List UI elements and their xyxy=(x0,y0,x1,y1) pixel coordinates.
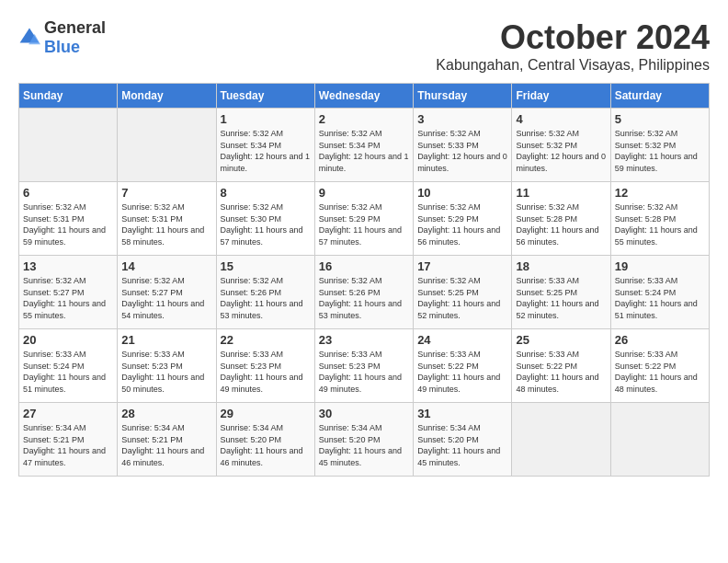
day-number: 14 xyxy=(121,259,211,273)
logo: General Blue xyxy=(18,18,106,57)
day-info: Sunrise: 5:33 AMSunset: 5:23 PMDaylight:… xyxy=(319,349,409,395)
day-info: Sunrise: 5:32 AMSunset: 5:32 PMDaylight:… xyxy=(615,128,705,174)
header-saturday: Saturday xyxy=(610,84,709,109)
day-cell: 29 Sunrise: 5:34 AMSunset: 5:20 PMDaylig… xyxy=(216,403,314,477)
day-number: 17 xyxy=(417,259,507,273)
day-cell: 30 Sunrise: 5:34 AMSunset: 5:20 PMDaylig… xyxy=(314,403,413,477)
day-info: Sunrise: 5:34 AMSunset: 5:21 PMDaylight:… xyxy=(23,422,113,468)
day-number: 26 xyxy=(615,333,705,347)
day-info: Sunrise: 5:34 AMSunset: 5:20 PMDaylight:… xyxy=(221,422,311,468)
header-tuesday: Tuesday xyxy=(216,84,314,109)
day-info: Sunrise: 5:33 AMSunset: 5:22 PMDaylight:… xyxy=(516,349,606,395)
day-cell: 21 Sunrise: 5:33 AMSunset: 5:23 PMDaylig… xyxy=(118,329,216,403)
day-number: 10 xyxy=(417,186,507,200)
day-number: 19 xyxy=(615,259,705,273)
day-cell xyxy=(610,403,709,477)
week-row-5: 27 Sunrise: 5:34 AMSunset: 5:21 PMDaylig… xyxy=(19,403,710,477)
day-info: Sunrise: 5:32 AMSunset: 5:27 PMDaylight:… xyxy=(23,275,113,321)
day-cell xyxy=(512,403,610,477)
header-sunday: Sunday xyxy=(19,84,118,109)
day-cell: 7 Sunrise: 5:32 AMSunset: 5:31 PMDayligh… xyxy=(118,182,216,256)
day-number: 20 xyxy=(23,333,113,347)
day-cell: 31 Sunrise: 5:34 AMSunset: 5:20 PMDaylig… xyxy=(414,403,512,477)
day-info: Sunrise: 5:33 AMSunset: 5:24 PMDaylight:… xyxy=(23,349,113,395)
day-cell: 25 Sunrise: 5:33 AMSunset: 5:22 PMDaylig… xyxy=(512,329,610,403)
day-cell: 22 Sunrise: 5:33 AMSunset: 5:23 PMDaylig… xyxy=(216,329,314,403)
logo-text: General Blue xyxy=(44,18,106,57)
header-monday: Monday xyxy=(118,84,216,109)
day-number: 27 xyxy=(23,407,113,420)
day-info: Sunrise: 5:34 AMSunset: 5:20 PMDaylight:… xyxy=(417,422,507,468)
day-cell: 12 Sunrise: 5:32 AMSunset: 5:28 PMDaylig… xyxy=(610,182,709,256)
day-cell: 9 Sunrise: 5:32 AMSunset: 5:29 PMDayligh… xyxy=(314,182,413,256)
day-cell: 16 Sunrise: 5:32 AMSunset: 5:26 PMDaylig… xyxy=(314,256,413,329)
day-info: Sunrise: 5:33 AMSunset: 5:24 PMDaylight:… xyxy=(615,275,705,321)
day-info: Sunrise: 5:33 AMSunset: 5:25 PMDaylight:… xyxy=(516,275,606,321)
day-cell: 13 Sunrise: 5:32 AMSunset: 5:27 PMDaylig… xyxy=(19,256,118,329)
day-cell: 26 Sunrise: 5:33 AMSunset: 5:22 PMDaylig… xyxy=(610,329,709,403)
day-info: Sunrise: 5:32 AMSunset: 5:33 PMDaylight:… xyxy=(417,128,507,174)
day-number: 8 xyxy=(221,186,311,200)
day-number: 23 xyxy=(319,333,409,347)
logo-icon xyxy=(18,27,40,49)
day-cell: 10 Sunrise: 5:32 AMSunset: 5:29 PMDaylig… xyxy=(414,182,512,256)
day-number: 4 xyxy=(516,112,606,126)
day-cell: 23 Sunrise: 5:33 AMSunset: 5:23 PMDaylig… xyxy=(314,329,413,403)
logo-general: General xyxy=(44,18,106,37)
header-wednesday: Wednesday xyxy=(314,84,413,109)
day-info: Sunrise: 5:32 AMSunset: 5:31 PMDaylight:… xyxy=(121,201,211,247)
day-number: 24 xyxy=(417,333,507,347)
header-thursday: Thursday xyxy=(414,84,512,109)
location-title: Kabungahan, Central Visayas, Philippines xyxy=(436,57,710,74)
day-cell: 19 Sunrise: 5:33 AMSunset: 5:24 PMDaylig… xyxy=(610,256,709,329)
day-number: 21 xyxy=(121,333,211,347)
day-info: Sunrise: 5:34 AMSunset: 5:21 PMDaylight:… xyxy=(121,422,211,468)
day-number: 22 xyxy=(221,333,311,347)
day-cell: 24 Sunrise: 5:33 AMSunset: 5:22 PMDaylig… xyxy=(414,329,512,403)
logo-blue: Blue xyxy=(44,38,80,56)
week-row-1: 1 Sunrise: 5:32 AMSunset: 5:34 PMDayligh… xyxy=(19,109,710,182)
day-info: Sunrise: 5:33 AMSunset: 5:23 PMDaylight:… xyxy=(121,349,211,395)
day-number: 9 xyxy=(319,186,409,200)
day-info: Sunrise: 5:32 AMSunset: 5:26 PMDaylight:… xyxy=(319,275,409,321)
calendar-table: Sunday Monday Tuesday Wednesday Thursday… xyxy=(18,83,710,477)
day-info: Sunrise: 5:32 AMSunset: 5:30 PMDaylight:… xyxy=(221,201,311,247)
day-info: Sunrise: 5:32 AMSunset: 5:29 PMDaylight:… xyxy=(319,201,409,247)
day-info: Sunrise: 5:32 AMSunset: 5:34 PMDaylight:… xyxy=(221,128,311,174)
title-area: October 2024 Kabungahan, Central Visayas… xyxy=(436,18,710,74)
day-info: Sunrise: 5:33 AMSunset: 5:23 PMDaylight:… xyxy=(221,349,311,395)
day-info: Sunrise: 5:32 AMSunset: 5:31 PMDaylight:… xyxy=(23,201,113,247)
day-number: 13 xyxy=(23,259,113,273)
day-number: 1 xyxy=(221,112,311,126)
month-title: October 2024 xyxy=(436,18,710,57)
week-row-3: 13 Sunrise: 5:32 AMSunset: 5:27 PMDaylig… xyxy=(19,256,710,329)
day-number: 15 xyxy=(221,259,311,273)
day-cell: 4 Sunrise: 5:32 AMSunset: 5:32 PMDayligh… xyxy=(512,109,610,182)
week-row-4: 20 Sunrise: 5:33 AMSunset: 5:24 PMDaylig… xyxy=(19,329,710,403)
day-cell: 11 Sunrise: 5:32 AMSunset: 5:28 PMDaylig… xyxy=(512,182,610,256)
day-info: Sunrise: 5:34 AMSunset: 5:20 PMDaylight:… xyxy=(319,422,409,468)
day-cell xyxy=(118,109,216,182)
week-row-2: 6 Sunrise: 5:32 AMSunset: 5:31 PMDayligh… xyxy=(19,182,710,256)
day-cell: 8 Sunrise: 5:32 AMSunset: 5:30 PMDayligh… xyxy=(216,182,314,256)
day-number: 11 xyxy=(516,186,606,200)
header: General Blue October 2024 Kabungahan, Ce… xyxy=(18,18,710,74)
day-info: Sunrise: 5:32 AMSunset: 5:26 PMDaylight:… xyxy=(221,275,311,321)
day-number: 25 xyxy=(516,333,606,347)
day-number: 30 xyxy=(319,407,409,420)
day-number: 29 xyxy=(221,407,311,420)
day-cell: 1 Sunrise: 5:32 AMSunset: 5:34 PMDayligh… xyxy=(216,109,314,182)
day-info: Sunrise: 5:32 AMSunset: 5:25 PMDaylight:… xyxy=(417,275,507,321)
day-info: Sunrise: 5:32 AMSunset: 5:34 PMDaylight:… xyxy=(319,128,409,174)
day-cell: 5 Sunrise: 5:32 AMSunset: 5:32 PMDayligh… xyxy=(610,109,709,182)
day-cell: 14 Sunrise: 5:32 AMSunset: 5:27 PMDaylig… xyxy=(118,256,216,329)
day-cell: 27 Sunrise: 5:34 AMSunset: 5:21 PMDaylig… xyxy=(19,403,118,477)
day-info: Sunrise: 5:32 AMSunset: 5:28 PMDaylight:… xyxy=(516,201,606,247)
day-info: Sunrise: 5:32 AMSunset: 5:28 PMDaylight:… xyxy=(615,201,705,247)
day-number: 12 xyxy=(615,186,705,200)
header-friday: Friday xyxy=(512,84,610,109)
day-cell: 6 Sunrise: 5:32 AMSunset: 5:31 PMDayligh… xyxy=(19,182,118,256)
day-cell: 2 Sunrise: 5:32 AMSunset: 5:34 PMDayligh… xyxy=(314,109,413,182)
day-number: 3 xyxy=(417,112,507,126)
day-cell: 20 Sunrise: 5:33 AMSunset: 5:24 PMDaylig… xyxy=(19,329,118,403)
